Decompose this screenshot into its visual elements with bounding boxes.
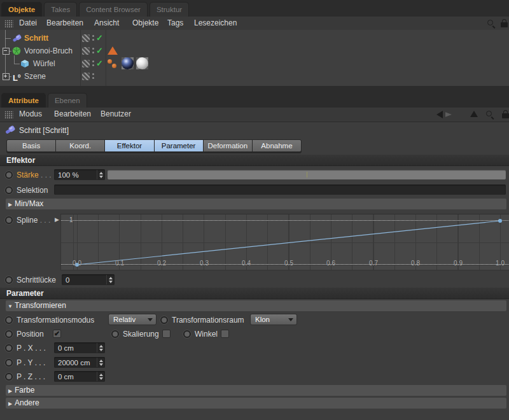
keyframe-circle[interactable] [5, 344, 13, 352]
enabled-check-icon[interactable]: ✓ [96, 45, 103, 57]
tree-item-wuerfel[interactable]: Würfel [33, 57, 55, 70]
keyframe-circle[interactable] [5, 186, 13, 194]
winkel-checkbox[interactable] [221, 330, 229, 338]
layer-swatch[interactable] [82, 60, 90, 67]
expand-toggle-plus[interactable] [3, 73, 10, 80]
keyframe-circle[interactable] [160, 316, 168, 324]
effektor-button[interactable]: Effektor [105, 140, 153, 151]
basis-button[interactable]: Basis [7, 140, 55, 151]
transformationsmodus-dropdown[interactable]: Relativ [108, 314, 157, 325]
expand-toggle-minus[interactable] [3, 48, 10, 55]
dots-tag-icon[interactable] [108, 59, 112, 64]
visibility-dots[interactable] [92, 60, 95, 67]
skalierung-checkbox[interactable] [162, 330, 171, 338]
object-tree: Schritt ✓ Voronoi-Bruch ✓ [0, 30, 509, 87]
spline-expand-icon[interactable]: ▶ [55, 216, 59, 223]
visibility-dots[interactable] [92, 34, 95, 42]
transformationsraum-dropdown[interactable]: Klon [250, 314, 297, 325]
keyframe-circle[interactable] [183, 330, 191, 338]
px-input[interactable]: 0 cm [54, 342, 105, 353]
tree-item-schritt[interactable]: Schritt [24, 32, 48, 45]
keyframe-circle[interactable] [5, 276, 13, 284]
x-tick-label: 0.5 [281, 260, 297, 267]
spline-curve-editor[interactable]: 1 0.0 0.1 0.2 0.3 0.4 0.5 0.6 0.7 0.8 0.… [60, 214, 509, 270]
tab-content-browser[interactable]: Content Browser [79, 2, 148, 17]
menu-bearbeiten[interactable]: Bearbeiten [54, 108, 91, 121]
keyframe-circle[interactable] [5, 216, 13, 224]
enabled-check-icon[interactable]: ✓ [96, 57, 103, 70]
stepper-arrows[interactable] [97, 372, 105, 381]
lock-icon[interactable] [501, 22, 508, 27]
group-header-andere[interactable]: ▶Andere [6, 398, 506, 409]
abnahme-button[interactable]: Abnahme [253, 140, 301, 151]
parameter-button[interactable]: Parameter [155, 140, 203, 151]
group-header-minmax[interactable]: ▶Min/Max [6, 199, 506, 209]
layer-swatch[interactable] [82, 34, 90, 42]
tab-takes[interactable]: Takes [44, 2, 77, 17]
layer-swatch[interactable] [82, 73, 90, 80]
keyframe-circle[interactable] [5, 316, 13, 324]
tab-struktur[interactable]: Struktur [150, 2, 189, 17]
enabled-check-icon[interactable]: ✓ [96, 32, 103, 45]
group-header-farbe[interactable]: ▶Farbe [6, 385, 506, 396]
history-forward-icon[interactable] [445, 112, 452, 116]
parent-up-icon[interactable] [470, 111, 478, 117]
group-header-transformieren[interactable]: ▼Transformieren [6, 300, 506, 311]
dots-tag-icon[interactable] [112, 64, 116, 68]
menu-modus[interactable]: Modus [19, 108, 42, 121]
stepper-arrows[interactable] [97, 170, 105, 179]
staerke-slider[interactable] [108, 170, 506, 179]
panel-grip-icon[interactable] [4, 111, 13, 118]
keyframe-circle[interactable] [111, 330, 119, 338]
table-row[interactable]: Schritt ✓ [0, 32, 509, 45]
visibility-dots[interactable] [92, 47, 95, 55]
table-row[interactable]: L0 Szene [0, 70, 509, 83]
search-icon[interactable] [487, 19, 496, 28]
stepper-arrows[interactable] [97, 343, 105, 353]
menu-objekte[interactable]: Objekte [132, 17, 158, 30]
spline-label: Spline . . . [17, 215, 50, 225]
menu-datei[interactable]: Datei [19, 17, 37, 30]
pz-label: P . Z . . . [17, 372, 45, 382]
triangle-tag-icon[interactable] [108, 46, 118, 55]
py-input[interactable]: 20000 cm [54, 357, 105, 368]
table-row[interactable]: Würfel ✓ [0, 57, 509, 70]
spline-point-end[interactable] [498, 219, 502, 223]
search-icon[interactable] [485, 110, 494, 119]
tab-objekte[interactable]: Objekte [1, 2, 42, 17]
lock-icon[interactable] [502, 113, 509, 118]
visibility-dots[interactable] [92, 73, 95, 80]
material-thumbnail-dark[interactable] [122, 57, 134, 69]
menu-bearbeiten[interactable]: Bearbeiten [46, 17, 83, 30]
schrittluecke-label: Schrittlücke [17, 275, 56, 285]
selektion-input[interactable] [54, 185, 506, 195]
tab-attribute[interactable]: Attribute [1, 93, 46, 108]
stepper-arrows[interactable] [106, 275, 115, 284]
stepper-arrows[interactable] [97, 358, 105, 367]
menu-benutzer[interactable]: Benutzer [101, 108, 131, 121]
panel-grip-icon[interactable] [4, 20, 13, 27]
staerke-input[interactable]: 100 % [54, 169, 105, 180]
koord-button[interactable]: Koord. [56, 140, 104, 151]
tree-item-szene[interactable]: Szene [24, 70, 46, 83]
keyframe-circle[interactable] [5, 359, 13, 367]
keyframe-circle[interactable] [5, 330, 13, 338]
x-tick-label: 0.9 [450, 260, 466, 267]
layer-swatch[interactable] [82, 47, 90, 55]
position-checkbox[interactable]: ✔ [53, 330, 61, 338]
collapsed-arrow-icon: ▶ [6, 398, 15, 409]
schrittluecke-input[interactable]: 0 [62, 274, 115, 285]
menu-lesezeichen[interactable]: Lesezeichen [194, 17, 237, 30]
menu-ansicht[interactable]: Ansicht [94, 17, 119, 30]
material-thumbnail-light[interactable] [136, 57, 148, 69]
pz-input[interactable]: 0 cm [54, 371, 105, 382]
tab-ebenen[interactable]: Ebenen [48, 93, 87, 108]
menu-tags[interactable]: Tags [167, 17, 183, 30]
attribute-manager-menubar: Modus Bearbeiten Benutzer [0, 108, 509, 122]
keyframe-circle[interactable] [5, 373, 13, 381]
table-row[interactable]: Voronoi-Bruch ✓ [0, 45, 509, 57]
history-back-icon[interactable] [436, 111, 443, 118]
tree-item-voronoi-bruch[interactable]: Voronoi-Bruch [24, 45, 73, 57]
keyframe-circle[interactable] [5, 171, 13, 179]
deformation-button[interactable]: Deformation [204, 140, 252, 151]
